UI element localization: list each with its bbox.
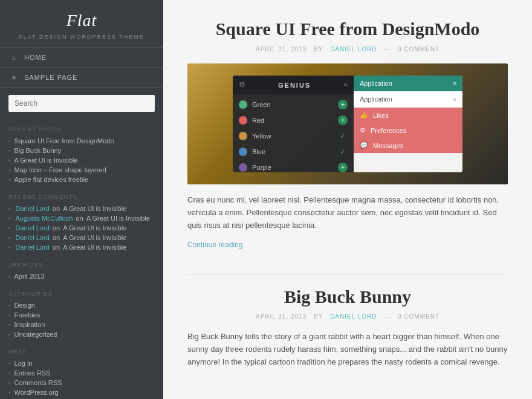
- color-dot-purple: [239, 163, 247, 172]
- comment-post-1[interactable]: A Great UI is Invisible: [86, 215, 150, 222]
- list-item: Daniel Lord on A Great UI is Invisible: [8, 204, 155, 213]
- sidebar: Flat FLAT DESIGN WORDPRESS THEME ⌂ HOME …: [0, 0, 163, 399]
- comment-author-2[interactable]: Daniel Lord: [16, 224, 50, 232]
- archive-link-0[interactable]: April 2013: [15, 273, 45, 280]
- comment-author-1[interactable]: Augusta McCulloch: [16, 215, 73, 222]
- post-sep-1: —: [384, 46, 391, 53]
- app-left-panel: ⚙ GENIUS ≡ Green +: [233, 76, 354, 172]
- app-header: ⚙ GENIUS ≡: [233, 76, 354, 94]
- comment-author-4[interactable]: Daniel Lord: [16, 244, 50, 251]
- dropdown-item-likes[interactable]: 👍 Likes: [354, 108, 462, 123]
- comment-post-0[interactable]: A Great UI is Invisible: [63, 205, 126, 212]
- post-title-2: Big Buck Bunny: [187, 287, 508, 307]
- site-tagline: FLAT DESIGN WORDPRESS THEME: [0, 34, 163, 47]
- meta-link-1[interactable]: Entries RSS: [15, 369, 51, 377]
- app-dropdown-header: Application ≡: [354, 91, 462, 108]
- comment-author-3[interactable]: Daniel Lord: [16, 234, 50, 241]
- color-dot-yellow: [239, 132, 247, 140]
- app-list-item-yellow: Yellow ✓: [233, 128, 354, 144]
- recent-post-link-4[interactable]: Apple flat devices freebie: [15, 176, 89, 183]
- post-author-2: DANIEL LORD: [330, 313, 377, 320]
- recent-posts-title: RECENT POSTS: [8, 126, 155, 132]
- recent-post-link-1[interactable]: Big Buck Bunny: [15, 147, 62, 154]
- app-item-label-1: Red: [252, 117, 264, 124]
- list-item[interactable]: Log in: [8, 358, 155, 368]
- meta-title: META: [8, 349, 155, 355]
- list-item[interactable]: Design: [8, 300, 155, 310]
- list-item[interactable]: Uncategorized: [8, 329, 155, 339]
- continue-reading-link-1[interactable]: Continue reading: [187, 241, 242, 249]
- list-item[interactable]: Inspiration: [8, 320, 155, 329]
- app-item-label-2: Yellow: [252, 132, 271, 140]
- app-list-item-red: Red +: [233, 112, 354, 128]
- main-inner: Square UI Free from DesignModo APRIL 21,…: [163, 0, 532, 399]
- meta-link-3[interactable]: WordPress.org: [15, 389, 59, 396]
- app-dropdown-label: Application: [360, 96, 392, 103]
- color-dot-green: [239, 100, 247, 109]
- category-link-3[interactable]: Uncategorized: [15, 331, 57, 338]
- dropdown-label-prefs: Preferences: [371, 127, 406, 134]
- post-date-2: APRIL 21, 2013: [256, 313, 307, 320]
- app-item-label-0: Green: [252, 101, 271, 108]
- app-right-label: Application: [360, 80, 392, 87]
- comment-post-2[interactable]: A Great UI is Invisible: [63, 224, 126, 232]
- nav-item-home[interactable]: ⌂ HOME: [0, 48, 163, 68]
- archives-title: ARCHIVES: [8, 262, 155, 268]
- recent-posts-section: RECENT POSTS Square UI Free from DesignM…: [0, 119, 163, 187]
- app-item-label-3: Blue: [252, 148, 265, 155]
- meta-link-0[interactable]: Log in: [15, 360, 33, 367]
- app-title: GENIUS: [278, 82, 311, 89]
- dropdown-item-messages[interactable]: 💬 Messages: [354, 138, 462, 153]
- meta-list: Log in Entries RSS Comments RSS WordPres…: [8, 358, 155, 397]
- list-item[interactable]: Freebies: [8, 310, 155, 320]
- thumb-icon: 👍: [360, 111, 368, 119]
- post-image-1: ⚙ GENIUS ≡ Green +: [187, 63, 508, 184]
- archives-section: ARCHIVES April 2013: [0, 255, 163, 284]
- search-container: [0, 88, 163, 119]
- logo-text: Flat: [0, 11, 163, 30]
- prefs-icon: ⚙: [360, 126, 366, 134]
- list-item[interactable]: April 2013: [8, 271, 155, 281]
- app-dropdown-items: 👍 Likes ⚙ Preferences 💬: [354, 108, 462, 153]
- post-divider: [187, 274, 508, 274]
- color-dot-red: [239, 116, 247, 125]
- comment-author-0[interactable]: Daniel Lord: [16, 205, 50, 212]
- post-sep-2: —: [384, 313, 391, 320]
- check-icon-3[interactable]: ✓: [338, 147, 348, 157]
- categories-list: Design Freebies Inspiration Uncategorize…: [8, 300, 155, 339]
- list-item[interactable]: Apple flat devices freebie: [8, 175, 155, 184]
- add-icon-4[interactable]: +: [338, 163, 348, 172]
- list-item[interactable]: Entries RSS: [8, 368, 155, 378]
- comment-post-4[interactable]: A Great UI is Invisible: [63, 244, 126, 251]
- list-item[interactable]: WordPress.org: [8, 388, 155, 397]
- app-screenshot: ⚙ GENIUS ≡ Green +: [187, 63, 508, 184]
- search-input[interactable]: [8, 95, 155, 112]
- recent-post-link-3[interactable]: Map Icon – Free shape layered: [15, 166, 106, 174]
- dropdown-item-preferences[interactable]: ⚙ Preferences: [354, 123, 462, 138]
- category-link-1[interactable]: Freebies: [15, 311, 41, 319]
- add-icon-1[interactable]: +: [338, 115, 348, 125]
- list-item[interactable]: Comments RSS: [8, 378, 155, 388]
- check-icon-2[interactable]: ✓: [338, 131, 348, 141]
- category-link-0[interactable]: Design: [15, 302, 35, 309]
- list-item[interactable]: A Great UI is Invisible: [8, 155, 155, 165]
- post-meta-2: APRIL 21, 2013 BY DANIEL LORD — 0 COMMEN…: [187, 313, 508, 320]
- list-item: Daniel Lord on A Great UI is Invisible: [8, 242, 155, 252]
- recent-post-link-0[interactable]: Square UI Free from DesignModo: [15, 137, 114, 144]
- nav-item-sample[interactable]: ★ SAMPLE PAGE: [0, 68, 163, 88]
- recent-posts-list: Square UI Free from DesignModo Big Buck …: [8, 136, 155, 184]
- home-icon: ⌂: [10, 53, 18, 62]
- post-1: Square UI Free from DesignModo APRIL 21,…: [187, 18, 508, 250]
- meta-link-2[interactable]: Comments RSS: [15, 379, 62, 386]
- comment-post-3[interactable]: A Great UI is Invisible: [63, 234, 126, 241]
- category-link-2[interactable]: Inspiration: [15, 321, 45, 328]
- post-by-1: BY: [314, 46, 323, 53]
- post-body-1: Cras eu nunc mi, vel laoreet nisl. Pelle…: [187, 194, 508, 232]
- sidebar-nav: ⌂ HOME ★ SAMPLE PAGE: [0, 47, 163, 88]
- app-list-item-green: Green +: [233, 97, 354, 112]
- recent-post-link-2[interactable]: A Great UI is Invisible: [15, 157, 78, 164]
- list-item[interactable]: Square UI Free from DesignModo: [8, 136, 155, 146]
- list-item[interactable]: Map Icon – Free shape layered: [8, 165, 155, 175]
- add-icon-0[interactable]: +: [338, 100, 348, 109]
- list-item[interactable]: Big Buck Bunny: [8, 146, 155, 155]
